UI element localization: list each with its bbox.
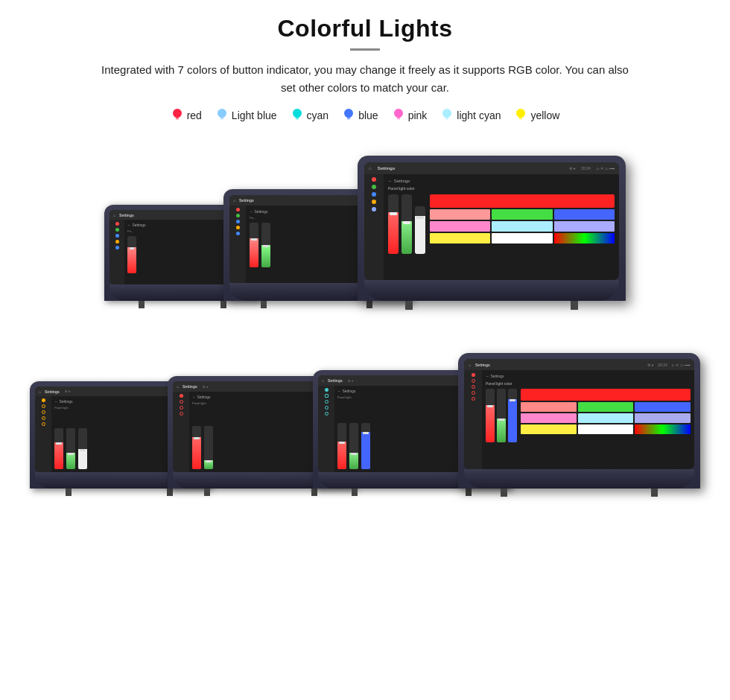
color-labels-row: red Light blue cyan [171, 107, 560, 124]
color-item-lightblue: Light blue [215, 107, 277, 124]
color-item-pink: pink [392, 107, 428, 124]
svg-rect-2 [176, 118, 179, 120]
top-devices-row: ⌂ Settings ← Settings Pa [104, 137, 626, 301]
color-label-cyan: cyan [307, 109, 329, 121]
svg-point-15 [442, 109, 451, 118]
svg-rect-13 [396, 117, 400, 118]
svg-rect-8 [296, 118, 299, 120]
svg-rect-10 [347, 117, 351, 118]
color-label-red: red [187, 109, 202, 121]
svg-rect-14 [397, 118, 400, 120]
svg-rect-4 [220, 117, 223, 118]
color-label-lightblue: Light blue [232, 109, 277, 121]
color-item-red: red [171, 107, 202, 124]
svg-point-9 [344, 109, 353, 118]
color-label-blue: blue [358, 109, 378, 121]
bulb-icon-lightblue [215, 107, 229, 124]
bulb-icon-red [171, 107, 184, 124]
bottom-devices-row: ⌂ Settings ⚙ ♦ ← Settings [30, 317, 700, 489]
svg-rect-11 [347, 118, 350, 120]
page-title: Colorful Lights [277, 15, 452, 42]
color-item-yellow: yellow [514, 107, 559, 124]
page-container: Colorful Lights Integrated with 7 colors… [0, 0, 730, 700]
svg-rect-20 [519, 118, 522, 120]
title-divider [350, 48, 380, 51]
svg-rect-1 [175, 117, 179, 118]
color-label-yellow: yellow [530, 109, 559, 121]
svg-point-0 [173, 109, 182, 118]
svg-point-3 [218, 109, 226, 118]
svg-rect-16 [445, 117, 449, 118]
svg-rect-17 [445, 118, 448, 120]
svg-rect-7 [295, 117, 299, 118]
color-item-blue: blue [342, 107, 378, 124]
page-description: Integrated with 7 colors of button indic… [97, 61, 633, 97]
bulb-icon-pink [392, 107, 405, 124]
color-label-pink: pink [408, 109, 428, 121]
svg-point-12 [394, 109, 403, 118]
color-label-lightcyan: light cyan [457, 109, 501, 121]
svg-rect-19 [519, 117, 523, 118]
svg-point-18 [516, 109, 525, 118]
bot-device-4: ⌂ Settings ⚙ ♦ 20:24 ▷ ✕ ▭ ⟶ [458, 353, 700, 489]
color-item-cyan: cyan [291, 107, 329, 124]
svg-rect-5 [220, 118, 223, 120]
color-item-lightcyan: light cyan [440, 107, 501, 124]
bulb-icon-cyan [291, 107, 304, 124]
top-device-3: ⌂ Settings ⚙ ♦ 20:24 ▷ ✕ ▭ ⟶ [358, 156, 626, 301]
bulb-icon-lightcyan [440, 107, 454, 124]
bulb-icon-yellow [514, 107, 527, 124]
svg-point-6 [293, 109, 302, 118]
bulb-icon-blue [342, 107, 355, 124]
